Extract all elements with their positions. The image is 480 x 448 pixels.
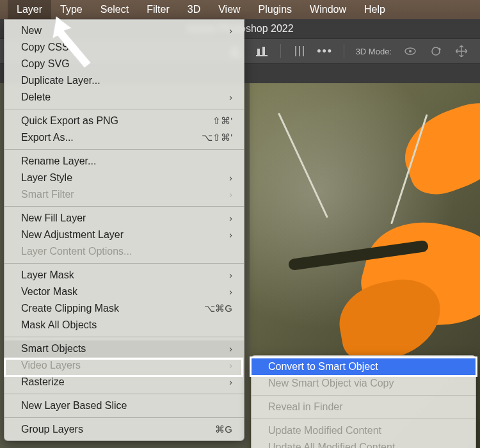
menu-copy-css[interactable]: Copy CSS <box>4 39 244 56</box>
menu-layer-content-options: Layer Content Options... <box>4 243 244 260</box>
menu-separator <box>4 263 244 264</box>
menu-separator <box>4 109 244 109</box>
menubar-select[interactable]: Select <box>92 0 138 19</box>
menu-layer-mask[interactable]: Layer Mask› <box>4 267 244 284</box>
menu-vector-mask[interactable]: Vector Mask› <box>4 284 244 300</box>
menu-separator <box>4 394 244 394</box>
align-bottom-icon[interactable] <box>255 44 269 58</box>
menu-copy-svg[interactable]: Copy SVG <box>4 56 244 72</box>
menubar-filter[interactable]: Filter <box>138 0 179 19</box>
menu-quick-export-png[interactable]: Quick Export as PNG⇧⌘' <box>4 113 244 129</box>
svg-rect-6 <box>295 46 296 56</box>
pan-icon[interactable] <box>454 44 468 58</box>
chevron-right-icon: › <box>229 230 232 240</box>
divider <box>280 44 281 58</box>
chevron-right-icon: › <box>229 360 232 371</box>
menubar-plugins[interactable]: Plugins <box>250 0 301 19</box>
submenu-new-smart-object-via-copy: New Smart Object via Copy <box>252 375 476 392</box>
svg-point-10 <box>409 50 412 52</box>
menu-new[interactable]: New› <box>4 22 244 39</box>
menu-smart-objects[interactable]: Smart Objects› <box>4 340 244 357</box>
chevron-right-icon: › <box>229 26 232 36</box>
menubar-window[interactable]: Window <box>301 0 355 19</box>
menu-create-clipping-mask[interactable]: Create Clipping Mask⌥⌘G <box>4 300 244 317</box>
svg-rect-7 <box>299 46 300 56</box>
menu-video-layers: Video Layers› <box>4 357 244 374</box>
menu-export-as[interactable]: Export As...⌥⇧⌘' <box>4 129 244 146</box>
menu-delete[interactable]: Delete› <box>4 89 244 106</box>
smart-objects-submenu: Convert to Smart Object New Smart Object… <box>251 355 476 448</box>
chevron-right-icon: › <box>229 189 232 200</box>
menubar-3d[interactable]: 3D <box>179 0 209 19</box>
menu-rename-layer[interactable]: Rename Layer... <box>4 153 244 170</box>
chevron-right-icon: › <box>229 213 232 223</box>
menubar-type[interactable]: Type <box>51 0 92 19</box>
submenu-update-all-modified-content: Update All Modified Content <box>252 439 476 448</box>
menu-separator <box>4 149 244 150</box>
chevron-right-icon: › <box>229 377 232 387</box>
menu-layer-style[interactable]: Layer Style› <box>4 170 244 186</box>
svg-rect-3 <box>257 49 260 55</box>
layer-menu-panel: New› Copy CSS Copy SVG Duplicate Layer..… <box>4 19 244 441</box>
svg-rect-5 <box>256 55 268 56</box>
divider <box>344 44 344 58</box>
distribute-icon[interactable] <box>292 44 307 58</box>
chevron-right-icon: › <box>229 287 232 297</box>
menu-separator <box>252 395 476 396</box>
menu-mask-all-objects[interactable]: Mask All Objects <box>4 317 244 333</box>
menu-new-adjustment-layer[interactable]: New Adjustment Layer› <box>4 227 244 243</box>
menu-separator <box>4 337 244 337</box>
menu-duplicate-layer[interactable]: Duplicate Layer... <box>4 72 244 89</box>
chevron-right-icon: › <box>229 270 232 280</box>
submenu-convert-to-smart-object[interactable]: Convert to Smart Object <box>252 358 476 375</box>
chevron-right-icon: › <box>229 92 232 102</box>
chevron-right-icon: › <box>229 344 232 354</box>
menu-smart-filter: Smart Filter› <box>4 186 244 203</box>
menu-new-layer-based-slice[interactable]: New Layer Based Slice <box>4 397 244 414</box>
menu-rasterize[interactable]: Rasterize› <box>4 374 244 390</box>
image-content <box>278 113 328 218</box>
menu-separator <box>4 206 244 207</box>
menu-separator <box>4 417 244 418</box>
rotate-icon[interactable] <box>429 44 443 58</box>
menubar-layer[interactable]: Layer <box>8 0 51 19</box>
app-menubar: Layer Type Select Filter 3D View Plugins… <box>0 0 480 19</box>
svg-rect-8 <box>303 46 304 56</box>
mode-label: 3D Mode: <box>356 47 392 56</box>
image-content <box>394 92 480 203</box>
svg-rect-4 <box>262 47 265 55</box>
orbit-icon[interactable] <box>403 44 417 58</box>
menu-separator <box>252 419 476 419</box>
submenu-reveal-in-finder: Reveal in Finder <box>252 399 476 415</box>
more-options-icon[interactable]: ••• <box>318 44 332 58</box>
chevron-right-icon: › <box>229 173 232 183</box>
menu-new-fill-layer[interactable]: New Fill Layer› <box>4 210 244 227</box>
menubar-help[interactable]: Help <box>355 0 394 19</box>
submenu-update-modified-content: Update Modified Content <box>252 422 476 439</box>
svg-point-11 <box>432 47 440 55</box>
menubar-view[interactable]: View <box>209 0 249 19</box>
menu-group-layers[interactable]: Group Layers⌘G <box>4 421 244 438</box>
